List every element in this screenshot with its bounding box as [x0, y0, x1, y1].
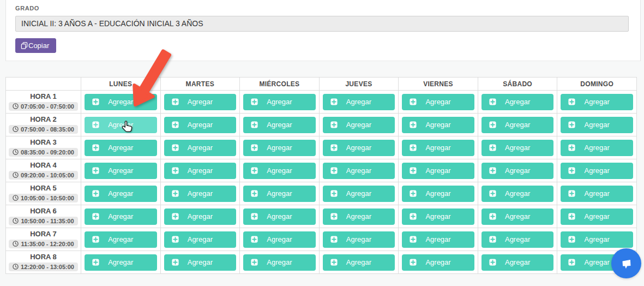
- plus-icon: [330, 213, 338, 220]
- agregar-button[interactable]: Agregar: [402, 186, 474, 202]
- schedule-cell: Agregar: [319, 205, 399, 228]
- copy-button[interactable]: Copiar: [15, 38, 56, 53]
- time-range: 09:20:00 - 10:05:00: [21, 172, 74, 178]
- copy-button-label: Copiar: [28, 41, 49, 50]
- hour-label: HORA 3: [6, 138, 81, 147]
- agregar-button[interactable]: Agregar: [85, 186, 157, 202]
- table-row: HORA 510:05:00 - 10:50:00AgregarAgregarA…: [6, 182, 637, 205]
- agregar-button[interactable]: Agregar: [243, 163, 316, 179]
- schedule-cell: Agregar: [478, 251, 557, 274]
- plus-icon: [172, 167, 179, 174]
- agregar-button[interactable]: Agregar: [243, 208, 316, 225]
- agregar-button[interactable]: Agregar: [85, 163, 157, 179]
- plus-icon: [92, 121, 99, 128]
- agregar-button[interactable]: Agregar: [561, 163, 633, 179]
- grado-input[interactable]: INICIAL II: 3 AÑOS A - EDUCACIÓN INICIAL…: [15, 16, 629, 32]
- schedule-cell: Agregar: [81, 114, 161, 136]
- time-badge: 10:05:00 - 10:50:00: [9, 194, 78, 202]
- agregar-button[interactable]: Agregar: [243, 94, 316, 110]
- plus-icon: [92, 190, 99, 197]
- schedule-cell: Agregar: [478, 182, 557, 205]
- agregar-button[interactable]: Agregar: [85, 117, 157, 133]
- agregar-button[interactable]: Agregar: [243, 231, 316, 248]
- agregar-button[interactable]: Agregar: [323, 94, 395, 110]
- agregar-button[interactable]: Agregar: [482, 254, 554, 271]
- hour-label: HORA 4: [6, 161, 81, 170]
- agregar-button[interactable]: Agregar: [323, 117, 395, 133]
- hour-cell: HORA 510:05:00 - 10:50:00: [6, 182, 81, 205]
- agregar-button[interactable]: Agregar: [561, 186, 633, 202]
- agregar-button[interactable]: Agregar: [164, 186, 237, 202]
- agregar-button[interactable]: Agregar: [85, 208, 157, 225]
- agregar-button[interactable]: Agregar: [243, 254, 316, 271]
- agregar-button[interactable]: Agregar: [402, 208, 474, 225]
- agregar-button[interactable]: Agregar: [402, 94, 474, 110]
- agregar-button[interactable]: Agregar: [482, 208, 554, 225]
- hour-label: HORA 7: [6, 230, 81, 239]
- schedule-cell: Agregar: [240, 228, 320, 251]
- agregar-button[interactable]: Agregar: [561, 208, 633, 225]
- schedule-cell: Agregar: [557, 182, 637, 205]
- agregar-button[interactable]: Agregar: [323, 163, 395, 179]
- agregar-button[interactable]: Agregar: [561, 94, 633, 110]
- agregar-button[interactable]: Agregar: [482, 163, 554, 179]
- plus-icon: [568, 98, 575, 105]
- plus-icon: [92, 167, 99, 174]
- time-badge: 07:05:00 - 07:50:00: [9, 102, 78, 111]
- agregar-button[interactable]: Agregar: [561, 231, 633, 248]
- schedule-cell: Agregar: [160, 205, 240, 228]
- hour-label: HORA 6: [6, 207, 81, 216]
- agregar-button[interactable]: Agregar: [243, 140, 316, 156]
- agregar-button[interactable]: Agregar: [164, 231, 237, 248]
- chat-widget-button[interactable]: [611, 248, 641, 278]
- day-header: JUEVES: [319, 78, 399, 91]
- agregar-button[interactable]: Agregar: [243, 186, 316, 202]
- agregar-button[interactable]: Agregar: [85, 140, 157, 156]
- agregar-button[interactable]: Agregar: [164, 163, 237, 179]
- time-range: 10:50:00 - 11:35:00: [21, 218, 74, 224]
- schedule-cell: Agregar: [399, 182, 478, 205]
- agregar-button[interactable]: Agregar: [164, 208, 237, 225]
- agregar-button[interactable]: Agregar: [323, 140, 395, 156]
- plus-icon: [330, 259, 338, 266]
- time-range: 08:35:00 - 09:20:00: [21, 149, 74, 156]
- plus-icon: [410, 144, 417, 151]
- agregar-button[interactable]: Agregar: [85, 254, 157, 271]
- agregar-button[interactable]: Agregar: [323, 231, 395, 248]
- agregar-button[interactable]: Agregar: [323, 186, 395, 202]
- plus-icon: [568, 236, 575, 243]
- agregar-button[interactable]: Agregar: [164, 140, 237, 156]
- agregar-button[interactable]: Agregar: [85, 231, 157, 248]
- agregar-button[interactable]: Agregar: [482, 117, 554, 133]
- agregar-button[interactable]: Agregar: [85, 94, 157, 110]
- agregar-button[interactable]: Agregar: [482, 140, 554, 156]
- plus-icon: [330, 98, 338, 105]
- agregar-button[interactable]: Agregar: [561, 117, 633, 133]
- schedule-cell: Agregar: [557, 91, 637, 114]
- agregar-button[interactable]: Agregar: [482, 231, 554, 248]
- agregar-button[interactable]: Agregar: [323, 208, 395, 225]
- agregar-button[interactable]: Agregar: [164, 94, 237, 110]
- day-header: SÁBADO: [478, 78, 557, 91]
- agregar-button[interactable]: Agregar: [482, 186, 554, 202]
- schedule-cell: Agregar: [478, 159, 557, 182]
- agregar-button[interactable]: Agregar: [323, 254, 395, 271]
- agregar-button[interactable]: Agregar: [402, 140, 474, 156]
- time-range: 07:05:00 - 07:50:00: [21, 103, 74, 110]
- agregar-button[interactable]: Agregar: [402, 231, 474, 248]
- agregar-button[interactable]: Agregar: [402, 163, 474, 179]
- agregar-button[interactable]: Agregar: [164, 254, 237, 271]
- day-header: DOMINGO: [557, 78, 637, 91]
- corner-cell: [6, 78, 81, 91]
- agregar-button[interactable]: Agregar: [561, 140, 633, 156]
- schedule-cell: Agregar: [478, 136, 557, 159]
- day-header: MARTES: [160, 78, 240, 91]
- agregar-button[interactable]: Agregar: [402, 254, 474, 271]
- table-row: HORA 308:35:00 - 09:20:00AgregarAgregarA…: [6, 136, 637, 159]
- agregar-button[interactable]: Agregar: [164, 117, 237, 133]
- agregar-button[interactable]: Agregar: [402, 117, 474, 133]
- plus-icon: [172, 236, 179, 243]
- time-badge: 09:20:00 - 10:05:00: [9, 171, 78, 180]
- agregar-button[interactable]: Agregar: [482, 94, 554, 110]
- agregar-button[interactable]: Agregar: [243, 117, 316, 133]
